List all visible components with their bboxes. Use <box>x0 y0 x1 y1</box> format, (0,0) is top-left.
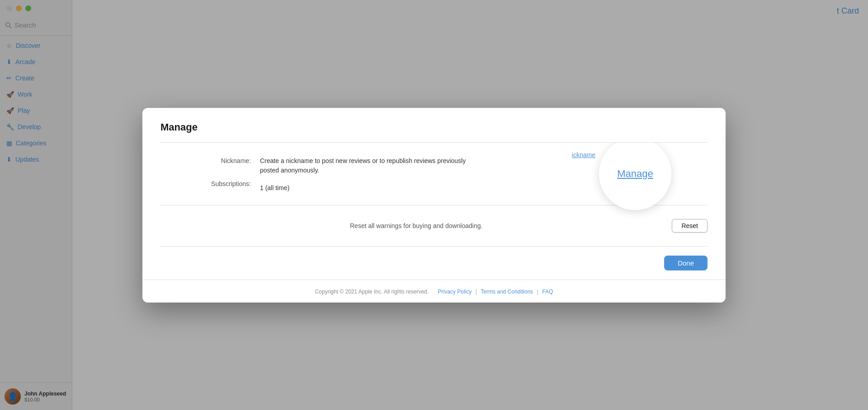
warnings-content: Reset all warnings for buying and downlo… <box>160 222 672 229</box>
manage-modal: Manage Nickname: Subscriptions: Create a… <box>142 108 726 303</box>
copyright-text: Copyright © 2021 Apple Inc. All rights r… <box>315 289 429 295</box>
field-labels: Nickname: Subscriptions: <box>160 156 260 189</box>
nickname-label: Nickname: <box>201 156 260 166</box>
modal-body: Nickname: Subscriptions: Create a nickna… <box>142 143 726 247</box>
modal-copyright: Copyright © 2021 Apple Inc. All rights r… <box>142 280 726 303</box>
done-button[interactable]: Done <box>664 256 708 270</box>
warnings-section: Reset all warnings for buying and downlo… <box>160 205 708 247</box>
modal-header: Manage <box>142 108 726 143</box>
privacy-policy-link[interactable]: Privacy Policy <box>438 289 472 295</box>
modal-footer: Done <box>142 247 726 280</box>
terms-link[interactable]: Terms and Conditions <box>481 289 533 295</box>
nickname-description: Create a nickname to post new reviews or… <box>260 156 477 175</box>
manage-circle: Manage <box>599 143 671 210</box>
sep1: | <box>476 289 477 295</box>
reset-button[interactable]: Reset <box>672 219 708 233</box>
nickname-link-partial[interactable]: ickname <box>572 151 595 158</box>
modal-title: Manage <box>160 121 708 133</box>
modal-overlay: Manage Nickname: Subscriptions: Create a… <box>0 0 868 410</box>
faq-link[interactable]: FAQ <box>542 289 553 295</box>
manage-circle-wrapper: ickname Manage <box>599 143 671 210</box>
copyright-space <box>433 289 434 295</box>
sep2: | <box>537 289 538 295</box>
warnings-text: Reset all warnings for buying and downlo… <box>350 222 482 229</box>
nickname-subscriptions-section: Nickname: Subscriptions: Create a nickna… <box>160 143 708 205</box>
subscriptions-label: Subscriptions: <box>201 179 260 189</box>
manage-link[interactable]: Manage <box>617 168 653 180</box>
subscriptions-value: 1 (all time) <box>260 184 289 191</box>
